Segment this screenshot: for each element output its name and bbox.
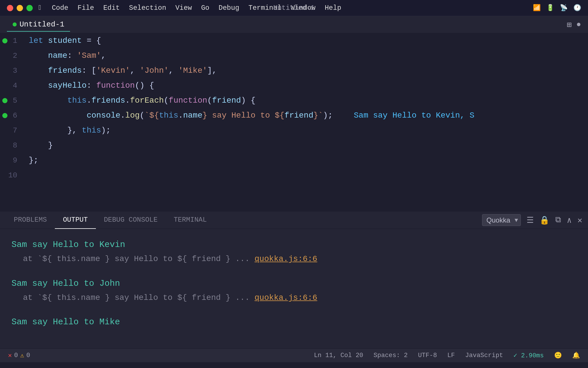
output-line-john: Sam say Hello to John: [11, 276, 577, 291]
menu-help[interactable]: Help: [325, 4, 341, 12]
lock-icon[interactable]: 🔒: [539, 215, 550, 225]
panel-actions: Quokka Node Git ▼ ☰ 🔒 ⧉ ∧ ✕: [482, 214, 582, 226]
menu-selection[interactable]: Selection: [129, 4, 166, 12]
title-bar:  Code File Edit Selection View Go Debug…: [0, 0, 588, 16]
line-10: 10: [0, 168, 23, 183]
tab-label: Untitled-1: [20, 20, 64, 29]
status-perf: ✓ 2.90ms: [513, 352, 544, 359]
minimize-button[interactable]: [17, 5, 23, 11]
status-spaces[interactable]: Spaces: 2: [374, 352, 408, 359]
code-line-3: friends: ['Kevin', 'John', 'Mike'],: [29, 63, 588, 78]
breakpoint-1[interactable]: [2, 38, 7, 43]
output-group-3: Sam say Hello to Mike: [11, 315, 577, 329]
tab-modified-dot: [13, 22, 17, 26]
panel: PROBLEMS OUTPUT DEBUG CONSOLE TERMINAL Q…: [0, 212, 588, 348]
output-at-kevin: at `${ this.name } say Hello to ${ frien…: [11, 252, 577, 266]
output-link-john[interactable]: quokka.js:6:6: [255, 293, 317, 302]
editor-area: 1 2 3 4 5 6 7 8 9 10 let student = { nam…: [0, 33, 588, 212]
close-panel-icon[interactable]: ✕: [577, 215, 582, 225]
menu-go[interactable]: Go: [201, 4, 209, 12]
menu-file[interactable]: File: [78, 4, 94, 12]
output-source-select[interactable]: Quokka Node Git: [482, 214, 521, 226]
status-errors[interactable]: ✕ 0 ⚠ 0: [8, 352, 30, 359]
output-link-kevin[interactable]: quokka.js:6:6: [255, 254, 317, 263]
line-numbers: 1 2 3 4 5 6 7 8 9 10: [0, 33, 23, 212]
status-right: Ln 11, Col 20 Spaces: 2 UTF-8 LF JavaScr…: [314, 352, 580, 359]
menu-debug[interactable]: Debug: [218, 4, 239, 12]
menu-apple[interactable]: : [38, 4, 42, 12]
status-line-ending[interactable]: LF: [447, 352, 455, 359]
code-line-8: }: [29, 138, 588, 153]
line-3: 3: [0, 63, 23, 78]
line-1: 1: [0, 33, 23, 48]
code-line-10: [29, 168, 588, 183]
code-line-5: this.friends.forEach(function(friend) {: [29, 93, 588, 108]
line-6: 6: [0, 108, 23, 123]
panel-tab-bar: PROBLEMS OUTPUT DEBUG CONSOLE TERMINAL Q…: [0, 212, 588, 229]
output-group-2: Sam say Hello to John at `${ this.name }…: [11, 276, 577, 305]
code-editor[interactable]: let student = { name: 'Sam', friends: ['…: [23, 33, 588, 212]
code-line-4: sayHello: function() {: [29, 78, 588, 93]
line-4: 4: [0, 78, 23, 93]
network-icon: 📶: [533, 4, 541, 12]
more-icon[interactable]: ●: [576, 20, 581, 29]
tab-problems[interactable]: PROBLEMS: [6, 212, 55, 229]
warning-icon: ⚠: [20, 352, 24, 359]
tab-bar: Untitled-1 ⊞ ●: [0, 16, 588, 33]
tab-output[interactable]: OUTPUT: [55, 212, 96, 229]
tab-bar-actions: ⊞ ●: [567, 20, 581, 30]
traffic-lights: [7, 5, 33, 11]
code-line-2: name: 'Sam',: [29, 48, 588, 63]
menu-view[interactable]: View: [175, 4, 192, 12]
output-at-john: at `${ this.name } say Hello to ${ frien…: [11, 291, 577, 305]
status-bar: ✕ 0 ⚠ 0 Ln 11, Col 20 Spaces: 2 UTF-8 LF…: [0, 348, 588, 362]
line-7: 7: [0, 123, 23, 138]
menu-edit[interactable]: Edit: [103, 4, 120, 12]
status-encoding[interactable]: UTF-8: [418, 352, 437, 359]
error-icon: ✕: [8, 352, 12, 359]
code-line-6: console.log(`${this.name} say Hello to $…: [29, 108, 588, 123]
menu-code[interactable]: Code: [52, 4, 68, 12]
title-bar-right: 📶 🔋 📡 🕐: [533, 4, 581, 12]
output-source-select-wrapper: Quokka Node Git ▼: [482, 214, 521, 226]
warning-count: 0: [26, 352, 30, 359]
close-button[interactable]: [7, 5, 13, 11]
output-group-1: Sam say Hello to Kevin at `${ this.name …: [11, 237, 577, 266]
status-position[interactable]: Ln 11, Col 20: [314, 352, 363, 359]
code-line-1: let student = {: [29, 33, 588, 48]
tab-untitled1[interactable]: Untitled-1: [7, 18, 70, 32]
output-content: Sam say Hello to Kevin at `${ this.name …: [0, 229, 588, 348]
status-language[interactable]: JavaScript: [465, 352, 503, 359]
status-bell-icon[interactable]: 🔔: [572, 352, 580, 359]
line-5: 5: [0, 93, 23, 108]
line-8: 8: [0, 138, 23, 153]
maximize-button[interactable]: [26, 5, 33, 11]
output-line-mike: Sam say Hello to Mike: [11, 315, 577, 329]
code-line-7: }, this);: [29, 123, 588, 138]
split-editor-icon[interactable]: ⊞: [567, 20, 572, 30]
tab-debug-console[interactable]: DEBUG CONSOLE: [96, 212, 166, 229]
code-line-9: };: [29, 153, 588, 168]
line-2: 2: [0, 48, 23, 63]
error-count: 0: [14, 352, 18, 359]
wifi-icon: 📡: [560, 4, 568, 12]
clock-icon: 🕐: [573, 4, 581, 12]
tab-terminal[interactable]: TERMINAL: [166, 212, 215, 229]
copy-icon[interactable]: ⧉: [555, 216, 561, 225]
scroll-up-icon[interactable]: ∧: [567, 215, 572, 225]
line-9: 9: [0, 153, 23, 168]
clear-output-icon[interactable]: ☰: [527, 215, 534, 225]
status-smiley-icon: 🙂: [554, 352, 562, 359]
battery-icon: 🔋: [546, 4, 554, 12]
window-title: Untitled-1: [273, 4, 315, 12]
output-line-kevin: Sam say Hello to Kevin: [11, 237, 577, 252]
breakpoint-5[interactable]: [2, 98, 7, 103]
breakpoint-6[interactable]: [2, 113, 7, 118]
